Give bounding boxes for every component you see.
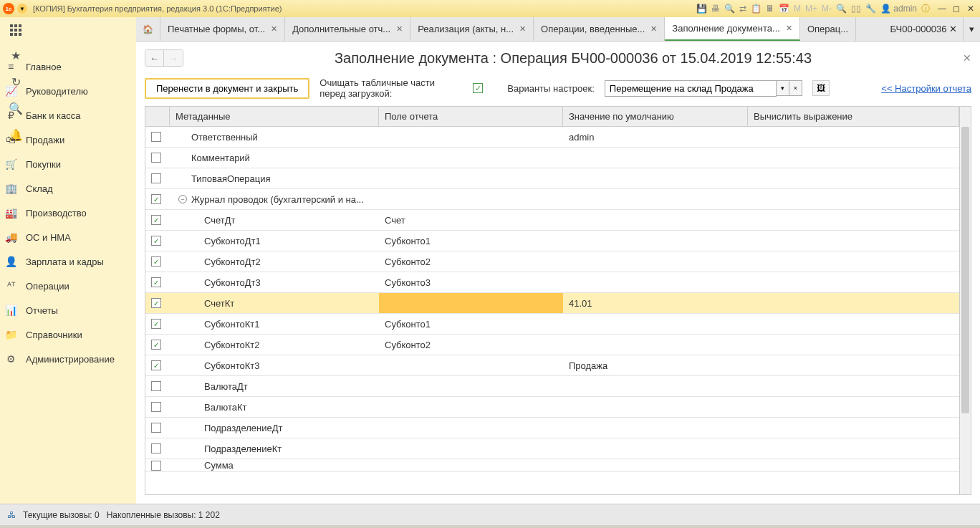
col-check[interactable] [145, 107, 170, 126]
tab-close-icon[interactable]: ✕ [519, 24, 526, 34]
row-checkbox[interactable] [151, 319, 161, 329]
row-checkbox[interactable] [151, 173, 161, 183]
tab-4[interactable]: Заполнение документа...✕ [665, 17, 800, 41]
nav-back-button[interactable]: ← [145, 50, 164, 66]
table-row[interactable]: СубконтоДт1 Субконто1 [145, 231, 959, 251]
clear-checkbox[interactable]: ✓ [473, 83, 483, 93]
preview-icon[interactable]: 🔍 [724, 4, 735, 14]
minimize-button[interactable]: — [936, 4, 948, 14]
table-row[interactable]: ПодразделениеКт [145, 438, 959, 459]
memory-m-icon[interactable]: M [794, 4, 801, 14]
table-row[interactable]: СчетДт Счет [145, 210, 959, 231]
table-row[interactable]: ВалютаДт [145, 376, 959, 397]
app-menu-dropdown[interactable]: ▼ [17, 4, 27, 14]
nav-item-10[interactable]: 📊Отчеты [0, 298, 136, 322]
col-meta[interactable]: Метаданные [170, 107, 379, 126]
col-expr[interactable]: Вычислить выражение [748, 107, 959, 126]
nav-item-3[interactable]: 🛍Продажи [0, 128, 136, 152]
nav-item-5[interactable]: 🏢Склад [0, 176, 136, 201]
tab-3[interactable]: Операции, введенные...✕ [534, 17, 665, 41]
row-checkbox[interactable] [151, 256, 161, 267]
nav-item-2[interactable]: ₽Банк и касса [0, 103, 136, 128]
row-checkbox[interactable] [151, 381, 161, 391]
row-checkbox[interactable] [151, 215, 161, 225]
nav-item-1[interactable]: 📈Руководителю [0, 79, 136, 103]
tab-close-icon[interactable]: ✕ [949, 24, 957, 34]
print-icon[interactable]: 🖶 [711, 4, 720, 14]
settings-icon-button[interactable]: 🖼 [812, 80, 830, 96]
info-icon[interactable]: ⓘ [921, 3, 930, 15]
nav-item-9[interactable]: ᴬᵀОперации [0, 274, 136, 298]
tab-close-icon[interactable]: ✕ [650, 24, 657, 34]
zoom-icon[interactable]: 🔍 [836, 4, 847, 14]
tree-collapse-icon[interactable]: − [178, 195, 187, 203]
table-row[interactable]: СубконтоКт3 Продажа [145, 355, 959, 376]
tab-close-icon[interactable]: ✕ [786, 24, 792, 33]
tab-5[interactable]: Операц... [800, 17, 856, 41]
nav-item-7[interactable]: 🚚ОС и НМА [0, 225, 136, 249]
home-tab[interactable]: 🏠 [136, 17, 160, 41]
row-checkbox[interactable] [151, 423, 161, 433]
calendar-icon[interactable]: 📅 [779, 4, 789, 14]
nav-item-6[interactable]: 🏭Производство [0, 201, 136, 225]
table-row[interactable]: ВалютаКт [145, 397, 959, 418]
close-window-button[interactable]: ✕ [964, 4, 977, 14]
tab-dropdown[interactable]: ▾ [963, 17, 980, 41]
tab-close-icon[interactable]: ✕ [396, 24, 403, 34]
table-row[interactable]: ТиповаяОперация [145, 168, 959, 189]
row-checkbox[interactable] [151, 360, 161, 370]
table-row[interactable]: −Журнал проводок (бухгалтерский и на... [145, 189, 959, 210]
panels-icon[interactable]: ▯▯ [851, 4, 861, 14]
nav-item-4[interactable]: 🛒Покупки [0, 152, 136, 176]
col-field[interactable]: Поле отчета [379, 107, 563, 126]
row-checkbox[interactable] [151, 132, 161, 142]
row-checkbox[interactable] [151, 194, 161, 204]
memory-mminus-icon[interactable]: M- [822, 4, 832, 14]
nav-item-12[interactable]: ⚙Администрирование [0, 347, 136, 371]
tab-close-icon[interactable]: ✕ [271, 24, 277, 34]
table-row[interactable]: СубконтоДт3 Субконто3 [145, 272, 959, 293]
tab-0[interactable]: Печатные формы, от...✕ [160, 17, 285, 41]
tools-icon[interactable]: 🔧 [865, 4, 876, 14]
tab-1[interactable]: Дополнительные отч...✕ [285, 17, 410, 41]
nav-item-0[interactable]: ≡Главное [0, 54, 136, 79]
grip-icon[interactable] [10, 24, 21, 36]
row-checkbox[interactable] [151, 443, 161, 453]
table-row[interactable]: Ответственный admin [145, 127, 959, 148]
variants-dropdown-button[interactable]: ▾ [777, 80, 789, 96]
close-doc-button[interactable]: ✕ [963, 52, 971, 64]
nav-item-11[interactable]: 📁Справочники [0, 322, 136, 347]
row-checkbox[interactable] [151, 236, 161, 246]
table-row[interactable]: СубконтоДт2 Субконто2 [145, 251, 959, 272]
cell-meta: СубконтоДт3 [204, 277, 261, 288]
table-row[interactable]: ПодразделениеДт [145, 418, 959, 438]
row-checkbox[interactable] [151, 153, 161, 163]
calculator-icon[interactable]: 🖩 [766, 4, 774, 14]
nav-item-8[interactable]: 👤Зарплата и кадры [0, 249, 136, 274]
compare-icon[interactable]: ⇄ [739, 4, 746, 14]
table-row[interactable]: Сумма [145, 459, 959, 472]
table-row[interactable]: СубконтоКт2 Субконто2 [145, 335, 959, 355]
tab-2[interactable]: Реализация (акты, н...✕ [410, 17, 534, 41]
table-row[interactable]: Комментарий [145, 148, 959, 168]
table-row[interactable]: СубконтоКт1 Субконто1 [145, 314, 959, 335]
scrollbar[interactable] [959, 107, 971, 494]
row-checkbox[interactable] [151, 340, 161, 350]
table-row[interactable]: СчетКт 41.01 [145, 293, 959, 314]
tab-doc-number[interactable]: БЧ00-000036 ✕ [885, 17, 963, 41]
maximize-button[interactable]: ◻ [950, 4, 963, 14]
variants-clear-button[interactable]: × [789, 80, 802, 96]
row-checkbox[interactable] [151, 298, 161, 308]
col-default[interactable]: Значение по умолчанию [563, 107, 748, 126]
variants-input[interactable] [605, 80, 777, 97]
variants-select[interactable]: ▾ × [605, 80, 802, 97]
row-checkbox[interactable] [151, 402, 161, 412]
row-checkbox[interactable] [151, 461, 161, 471]
report-settings-link[interactable]: << Настройки отчета [881, 83, 971, 94]
user-label[interactable]: 👤 admin [880, 4, 917, 14]
transfer-button[interactable]: Перенести в документ и закрыть [145, 78, 309, 99]
clipboard-icon[interactable]: 📋 [751, 4, 762, 14]
save-icon[interactable]: 💾 [696, 4, 707, 14]
memory-mplus-icon[interactable]: M+ [805, 4, 817, 14]
row-checkbox[interactable] [151, 277, 161, 287]
